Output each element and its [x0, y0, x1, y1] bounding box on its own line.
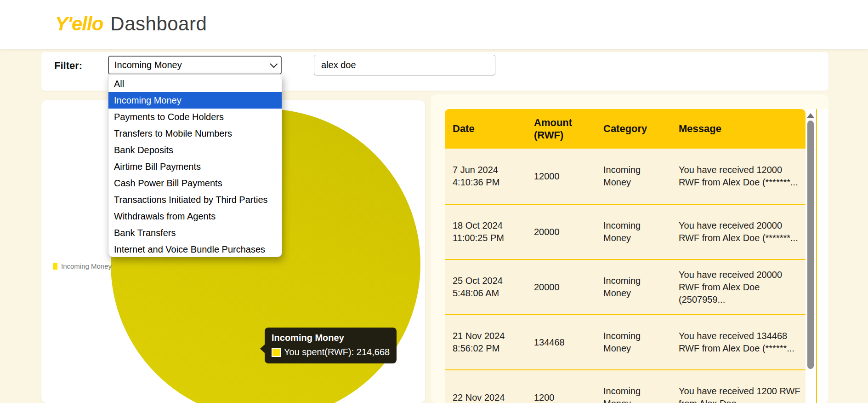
table-scrollbar-track[interactable] [806, 109, 828, 403]
cell-message: You have received 20000 RWF from Alex Do… [671, 269, 806, 306]
tooltip-caret-icon [260, 344, 265, 353]
tooltip-value: You spent(RWF): 214,668 [284, 347, 390, 357]
table-right-border [816, 109, 817, 403]
search-input[interactable] [314, 55, 495, 75]
scroll-up-arrow-icon[interactable] [807, 113, 814, 118]
transactions-table: Date Amount (RWF) Category Message 7 Jun… [445, 109, 828, 403]
app-logo: Y'ello Dashboard [55, 13, 207, 35]
dashboard-app: Y'ello Dashboard Filter: Incoming Money … [0, 0, 868, 403]
top-header: Y'ello Dashboard [0, 0, 868, 49]
cell-date: 22 Nov 2024 [445, 391, 526, 403]
tooltip-swatch-icon [272, 348, 281, 357]
option-incoming-money[interactable]: Incoming Money [108, 92, 282, 109]
cell-date: 21 Nov 2024 8:56:02 PM [445, 330, 526, 355]
transactions-panel: Date Amount (RWF) Category Message 7 Jun… [431, 94, 828, 403]
cell-category: Incoming Money [596, 385, 671, 403]
filter-dropdown-list: All Incoming Money Payments to Code Hold… [108, 74, 282, 257]
table-scrollbar-thumb[interactable] [807, 121, 814, 369]
cell-message: You have received 12000 RWF from Alex Do… [671, 164, 806, 189]
cell-amount: 20000 [526, 281, 596, 294]
option-airtime-bill-payments[interactable]: Airtime Bill Payments [108, 158, 282, 175]
cell-message: You have received 134468 RWF from Alex D… [671, 330, 806, 355]
cell-message: You have received 20000 RWF from Alex Do… [671, 219, 806, 244]
tooltip-anchor-line [263, 277, 263, 316]
chart-tooltip: Incoming Money You spent(RWF): 214,668 [265, 328, 397, 363]
cell-category: Incoming Money [596, 275, 671, 299]
legend-label: Incoming Money [61, 262, 112, 270]
cell-amount: 20000 [526, 226, 596, 238]
option-cash-power-bill-payments[interactable]: Cash Power Bill Payments [108, 175, 282, 191]
column-header-message: Message [671, 122, 806, 135]
table-body: 7 Jun 2024 4:10:36 PM 12000 Incoming Mon… [445, 149, 806, 403]
cell-date: 18 Oct 2024 11:00:25 PM [445, 219, 526, 244]
brand-name: Y'ello [55, 13, 103, 35]
chart-legend-item[interactable]: Incoming Money [53, 262, 112, 270]
selected-option-label: Incoming Money [114, 60, 182, 70]
option-all[interactable]: All [108, 75, 282, 92]
table-row: 25 Oct 2024 5:48:06 AM 20000 Incoming Mo… [445, 259, 806, 314]
option-withdrawals-from-agents[interactable]: Withdrawals from Agents [108, 208, 282, 225]
table-row: 22 Nov 2024 1200 Incoming Money You have… [445, 369, 806, 403]
cell-amount: 1200 [526, 391, 596, 403]
option-transactions-third-parties[interactable]: Transactions Initiated by Third Parties [108, 191, 282, 208]
cell-message: You have received 1200 RWF from Alex Doe… [671, 385, 806, 403]
table-row: 18 Oct 2024 11:00:25 PM 20000 Incoming M… [445, 204, 806, 259]
cell-category: Incoming Money [596, 164, 671, 189]
column-header-category: Category [596, 122, 671, 135]
option-transfers-to-mobile-numbers[interactable]: Transfers to Mobile Numbers [108, 125, 282, 142]
option-internet-voice-bundles[interactable]: Internet and Voice Bundle Purchases [108, 241, 282, 257]
page-title: Dashboard [110, 13, 207, 35]
cell-date: 25 Oct 2024 5:48:06 AM [445, 275, 526, 299]
chevron-down-icon [270, 60, 278, 68]
option-bank-deposits[interactable]: Bank Deposits [108, 142, 282, 158]
table-row: 21 Nov 2024 8:56:02 PM 134468 Incoming M… [445, 314, 806, 369]
legend-swatch-icon [53, 263, 57, 270]
cell-amount: 12000 [526, 170, 596, 183]
category-filter-select[interactable]: Incoming Money [108, 56, 282, 75]
cell-category: Incoming Money [596, 219, 671, 244]
option-payments-to-code-holders[interactable]: Payments to Code Holders [108, 109, 282, 125]
tooltip-title: Incoming Money [272, 333, 390, 343]
table-row: 7 Jun 2024 4:10:36 PM 12000 Incoming Mon… [445, 149, 806, 204]
cell-category: Incoming Money [596, 330, 671, 355]
filter-label: Filter: [54, 60, 82, 72]
column-header-date: Date [445, 122, 526, 135]
table-header-row: Date Amount (RWF) Category Message [445, 109, 806, 149]
cell-amount: 134468 [526, 336, 596, 349]
cell-date: 7 Jun 2024 4:10:36 PM [445, 164, 526, 189]
column-header-amount: Amount (RWF) [526, 116, 596, 142]
option-bank-transfers[interactable]: Bank Transfers [108, 225, 282, 241]
